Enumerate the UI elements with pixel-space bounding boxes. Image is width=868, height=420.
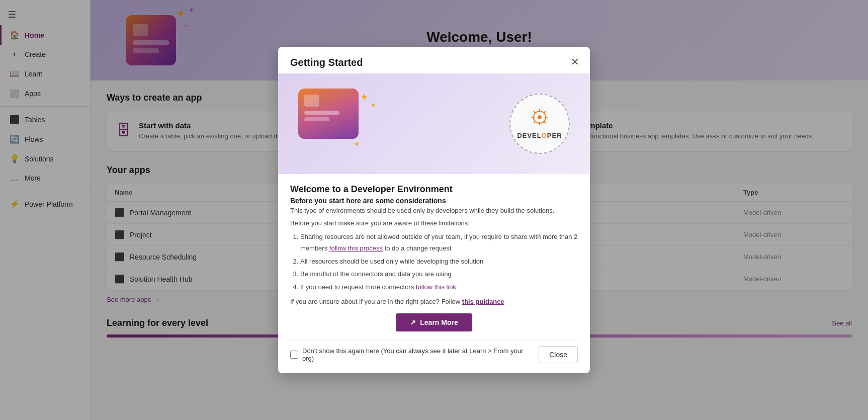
dev-badge-text: DEVELOPER — [517, 132, 562, 139]
svg-point-8 — [538, 115, 542, 119]
modal-body-intro: This type of environments should be used… — [290, 207, 578, 214]
sparkle-top-icon: ✦ — [360, 91, 369, 103]
modal-app-card-icon — [304, 95, 319, 107]
learn-more-icon: ↗ — [410, 318, 416, 326]
close-icon: ✕ — [571, 56, 579, 68]
list-item-1-text-after: to do a change request — [383, 244, 452, 252]
learn-more-label: Learn More — [420, 318, 458, 326]
dont-show-label-text: Don't show this again here (You can alwa… — [302, 347, 534, 362]
modal-checkbox-row: Don't show this again here (You can alwa… — [290, 340, 578, 363]
follow-link[interactable]: follow this link — [416, 283, 456, 291]
list-item-2: All resources should be used only while … — [300, 256, 578, 267]
list-item-3: Be mindful of the connectors and data yo… — [300, 268, 578, 280]
modal-list: Sharing resources are not allowed outsid… — [290, 231, 578, 293]
developer-badge: DEVELOPER — [509, 94, 570, 154]
dont-show-checkbox-label[interactable]: Don't show this again here (You can alwa… — [290, 347, 534, 362]
modal-footer-text: If you are unsure about if you are in th… — [290, 298, 578, 305]
sparkle-mid-icon: ✦ — [370, 101, 376, 109]
modal-body-title: Welcome to a Developer Environment — [290, 184, 578, 195]
sparkle-bot-icon: ✦ — [354, 139, 360, 149]
modal-hero-image: ✦ ✦ ✦ — [278, 73, 590, 174]
modal-title: Getting Started — [278, 47, 590, 73]
modal-app-card-line-2 — [304, 117, 329, 121]
getting-started-modal: ✕ Getting Started ✦ ✦ ✦ — [278, 47, 590, 373]
list-item-4-text-before: If you need to request more connectors — [300, 283, 416, 291]
svg-line-16 — [534, 121, 536, 123]
modal-app-card-line-1 — [304, 111, 339, 115]
modal-body: Welcome to a Developer Environment Befor… — [278, 174, 590, 373]
follow-process-link[interactable]: follow this process — [329, 244, 383, 252]
this-guidance-link[interactable]: this guidance — [462, 298, 504, 305]
close-button[interactable]: Close — [539, 346, 578, 363]
learn-more-button[interactable]: ↗ Learn More — [396, 313, 472, 331]
modal-app-illustration: ✦ ✦ ✦ — [298, 89, 379, 159]
footer-text-before: If you are unsure about if you are in th… — [290, 298, 462, 305]
svg-line-14 — [544, 121, 546, 123]
modal-body-subtitle: Before you start here are some considera… — [290, 197, 578, 205]
dev-badge-icon — [531, 108, 549, 130]
list-item-1: Sharing resources are not allowed outsid… — [300, 231, 578, 255]
list-item-4: If you need to request more connectors f… — [300, 281, 578, 293]
svg-line-13 — [534, 111, 536, 113]
modal-body-notice: Before you start make sure you are aware… — [290, 219, 578, 227]
modal-close-button[interactable]: ✕ — [567, 54, 583, 70]
svg-line-15 — [544, 111, 546, 113]
modal-app-card — [298, 89, 359, 139]
modal-overlay[interactable]: ✕ Getting Started ✦ ✦ ✦ — [0, 0, 868, 420]
dont-show-checkbox[interactable] — [290, 351, 298, 359]
